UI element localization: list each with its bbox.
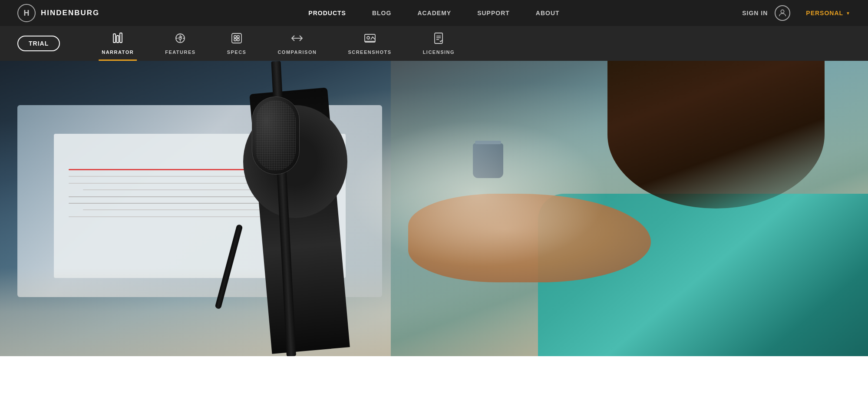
svg-rect-1 bbox=[113, 34, 116, 43]
tab-screenshots[interactable]: SCREENSHOTS bbox=[332, 26, 407, 61]
svg-rect-10 bbox=[237, 39, 239, 41]
tab-narrator[interactable]: NARRATOR bbox=[86, 26, 149, 61]
screenshots-label: SCREENSHOTS bbox=[348, 50, 391, 55]
hero-scene bbox=[0, 61, 868, 356]
svg-rect-6 bbox=[232, 33, 241, 43]
narrator-label: NARRATOR bbox=[102, 50, 134, 55]
screenshots-icon bbox=[364, 32, 376, 46]
footer-area bbox=[0, 356, 868, 407]
nav-academy[interactable]: ACADEMY bbox=[417, 10, 451, 17]
product-tabs: NARRATOR FEATURES bbox=[86, 26, 470, 61]
nav-support[interactable]: SUPPORT bbox=[477, 10, 510, 17]
licensing-icon bbox=[432, 32, 445, 46]
svg-rect-8 bbox=[237, 36, 239, 38]
comparison-label: COMPARISON bbox=[277, 50, 317, 55]
tab-features[interactable]: FEATURES bbox=[149, 26, 211, 61]
tab-licensing[interactable]: LICENSING bbox=[407, 26, 470, 61]
sign-in-text[interactable]: SIGN IN bbox=[742, 10, 768, 17]
comparison-icon bbox=[291, 32, 303, 46]
tab-specs[interactable]: SPECS bbox=[211, 26, 262, 61]
svg-rect-2 bbox=[117, 36, 119, 43]
person-head bbox=[607, 61, 825, 208]
specs-icon bbox=[231, 32, 243, 46]
main-nav: PRODUCTS BLOG ACADEMY SUPPORT ABOUT bbox=[308, 10, 559, 17]
logo-icon: H bbox=[17, 4, 36, 22]
brand-name: HINDENBURG bbox=[41, 9, 99, 17]
hero-image bbox=[0, 61, 868, 356]
svg-rect-7 bbox=[234, 36, 236, 38]
sub-bar: TRIAL NARRATOR bbox=[0, 26, 868, 61]
logo-area[interactable]: H HINDENBURG bbox=[17, 4, 99, 22]
nav-about[interactable]: ABOUT bbox=[536, 10, 560, 17]
svg-rect-9 bbox=[234, 39, 236, 41]
personal-label: PERSONAL bbox=[806, 10, 843, 17]
microphone-body bbox=[252, 96, 300, 175]
svg-rect-15 bbox=[435, 33, 442, 43]
coffee-cup bbox=[473, 143, 503, 178]
nav-blog[interactable]: BLOG bbox=[372, 10, 391, 17]
licensing-label: LICENSING bbox=[423, 50, 455, 55]
tab-comparison[interactable]: COMPARISON bbox=[262, 26, 332, 61]
svg-rect-3 bbox=[120, 33, 122, 43]
svg-point-0 bbox=[781, 10, 784, 13]
svg-point-13 bbox=[367, 36, 370, 39]
specs-label: SPECS bbox=[227, 50, 247, 55]
top-bar: H HINDENBURG PRODUCTS BLOG ACADEMY SUPPO… bbox=[0, 0, 868, 26]
sign-in-area: SIGN IN PERSONAL ▼ bbox=[742, 5, 851, 21]
nav-products[interactable]: PRODUCTS bbox=[308, 10, 346, 17]
caret-icon: ▼ bbox=[846, 11, 851, 16]
trial-button[interactable]: TRIAL bbox=[17, 36, 60, 51]
user-icon[interactable] bbox=[775, 5, 790, 21]
features-icon bbox=[174, 32, 186, 46]
features-label: FEATURES bbox=[165, 50, 195, 55]
personal-dropdown[interactable]: PERSONAL ▼ bbox=[806, 10, 851, 17]
narrator-icon bbox=[112, 32, 124, 46]
